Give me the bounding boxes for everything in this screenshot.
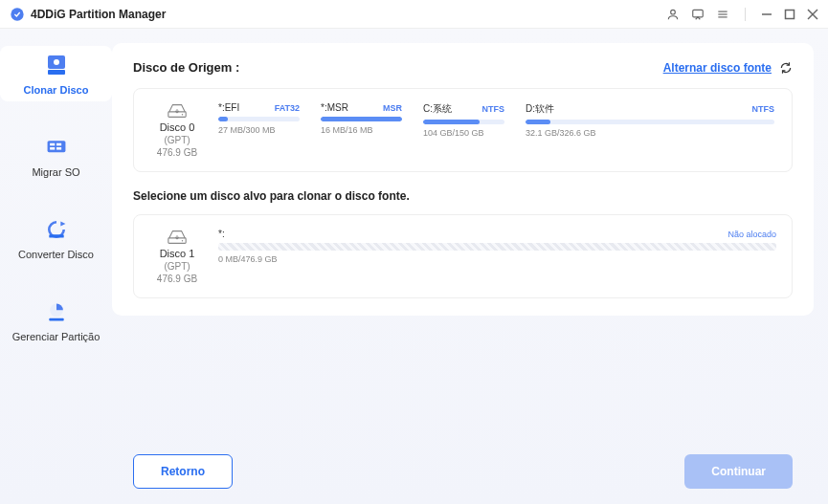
partition-name: C:系统	[423, 102, 452, 116]
partition-usage: 27 MB/300 MB	[218, 125, 300, 135]
target-disk-style: (GPT)	[164, 261, 190, 272]
convert-disk-icon	[43, 216, 70, 243]
svg-point-1	[671, 10, 676, 14]
user-icon[interactable]	[666, 8, 680, 21]
manage-partition-icon	[43, 298, 70, 325]
target-partition-name: *:	[218, 229, 225, 239]
svg-rect-15	[56, 143, 61, 146]
target-disk-size: 476.9 GB	[157, 274, 197, 284]
source-disk-info: Disco 0 (GPT) 476.9 GB	[149, 102, 205, 158]
partition-name: D:软件	[526, 102, 554, 116]
svg-rect-14	[50, 143, 55, 146]
unallocated-bar	[218, 243, 776, 251]
target-partition: *:Não alocado 0 MB/476.9 GB	[218, 229, 776, 264]
sidebar-item-label: Migrar SO	[32, 166, 79, 178]
svg-rect-11	[48, 70, 65, 75]
partition: C:系统NTFS 104 GB/150 GB	[423, 102, 504, 138]
hdd-icon	[167, 102, 188, 120]
partition-usage: 32.1 GB/326.6 GB	[526, 128, 774, 138]
svg-rect-21	[49, 318, 63, 321]
minimize-icon[interactable]	[761, 9, 772, 20]
hdd-icon	[167, 229, 188, 246]
source-disk-name: Disco 0	[160, 121, 195, 133]
svg-rect-7	[786, 10, 794, 18]
sidebar-item-label: Gerenciar Partição	[12, 331, 101, 342]
svg-point-12	[54, 59, 59, 65]
menu-icon[interactable]	[716, 8, 729, 21]
target-disk-card[interactable]: Disco 1 (GPT) 476.9 GB *:Não alocado 0 M…	[133, 214, 793, 298]
partition-fs: NTFS	[482, 104, 505, 114]
source-disk-title: Disco de Origem :	[133, 60, 239, 75]
partition: D:软件NTFS 32.1 GB/326.6 GB	[526, 102, 774, 138]
close-icon[interactable]	[807, 9, 818, 20]
footer-buttons: Retorno Continuar	[112, 454, 814, 489]
source-disk-card: Disco 0 (GPT) 476.9 GB *:EFIFAT32 27 MB/…	[133, 88, 793, 172]
svg-point-23	[182, 114, 183, 115]
svg-rect-17	[56, 147, 61, 150]
target-partition-status: Não alocado	[727, 230, 776, 239]
clone-disk-icon	[43, 52, 70, 78]
sidebar-item-label: Clonar Disco	[24, 84, 89, 96]
source-disk-style: (GPT)	[164, 135, 190, 145]
svg-point-26	[182, 240, 183, 241]
continue-button[interactable]: Continuar	[684, 454, 793, 489]
source-partitions: *:EFIFAT32 27 MB/300 MB *:MSRMSR 16 MB/1…	[218, 102, 776, 138]
sidebar-item-migrate-os[interactable]: Migrar SO	[0, 128, 112, 184]
partition-bar	[218, 117, 300, 121]
refresh-icon[interactable]	[779, 61, 793, 75]
target-disk-name: Disco 1	[160, 248, 195, 259]
svg-rect-16	[50, 147, 55, 150]
partition-bar	[526, 120, 774, 124]
content-area: Disco de Origem : Alternar disco fonte D…	[112, 29, 828, 504]
app-logo-icon	[10, 7, 25, 22]
svg-marker-18	[60, 221, 65, 226]
partition-name: *:EFI	[218, 102, 239, 113]
feedback-icon[interactable]	[691, 8, 705, 21]
source-disk-size: 476.9 GB	[157, 147, 197, 158]
svg-rect-13	[47, 141, 65, 152]
titlebar-controls	[666, 8, 818, 21]
sidebar: Clonar Disco Migrar SO Converter Disco G…	[0, 29, 112, 504]
partition: *:EFIFAT32 27 MB/300 MB	[218, 102, 300, 138]
sidebar-item-convert-disk[interactable]: Converter Disco	[0, 210, 112, 266]
maximize-icon[interactable]	[784, 9, 795, 20]
svg-rect-19	[49, 234, 63, 237]
partition-fs: FAT32	[275, 103, 300, 113]
partition-bar	[423, 120, 504, 124]
sidebar-item-clone-disk[interactable]: Clonar Disco	[0, 46, 112, 101]
switch-source-disk-link[interactable]: Alternar disco fonte	[663, 61, 772, 75]
partition: *:MSRMSR 16 MB/16 MB	[321, 102, 402, 138]
titlebar: 4DDiG Partition Manager	[0, 0, 828, 29]
partition-fs: MSR	[383, 103, 402, 113]
target-subtitle: Selecione um disco alvo para clonar o di…	[133, 189, 793, 203]
partition-bar	[321, 117, 402, 121]
target-disk-info: Disco 1 (GPT) 476.9 GB	[149, 229, 205, 284]
partition-fs: NTFS	[752, 104, 775, 114]
svg-point-0	[11, 8, 23, 20]
sidebar-item-manage-partition[interactable]: Gerenciar Partição	[0, 293, 112, 348]
back-button[interactable]: Retorno	[133, 454, 233, 489]
target-partition-usage: 0 MB/476.9 GB	[218, 254, 776, 264]
app-title: 4DDiG Partition Manager	[31, 8, 166, 21]
target-partition-area: *:Não alocado 0 MB/476.9 GB	[218, 229, 776, 264]
migrate-os-icon	[43, 134, 70, 161]
partition-usage: 16 MB/16 MB	[321, 125, 402, 135]
svg-rect-2	[693, 10, 704, 17]
partition-usage: 104 GB/150 GB	[423, 128, 504, 138]
partition-name: *:MSR	[321, 102, 348, 113]
sidebar-item-label: Converter Disco	[18, 249, 94, 260]
